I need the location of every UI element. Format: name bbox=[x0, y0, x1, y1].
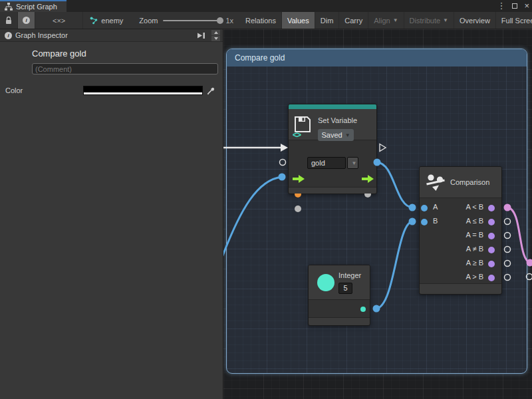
carry-button[interactable]: Carry bbox=[339, 12, 368, 29]
group-title: Compare gold bbox=[235, 53, 285, 63]
output-label: A < B bbox=[457, 203, 483, 211]
window-maximize-icon[interactable] bbox=[512, 2, 517, 10]
color-swatch[interactable] bbox=[83, 86, 203, 95]
graph-ref-label: enemy bbox=[101, 17, 123, 25]
flow-input-arrow[interactable] bbox=[293, 174, 305, 184]
graph-name-label: Compare gold bbox=[32, 49, 223, 59]
graph-canvas[interactable]: Compare gold <> Set Variable bbox=[223, 29, 532, 399]
script-graph-window: Script Graph ⋮ × i <×> bbox=[0, 0, 532, 399]
zoom-slider-handle[interactable] bbox=[217, 17, 223, 24]
set-variable-node[interactable]: <> Set Variable Saved▼ gold bbox=[288, 104, 377, 194]
code-icon: <×> bbox=[53, 17, 65, 25]
alpha-bar bbox=[84, 92, 202, 94]
fullscreen-button[interactable]: Full Screen bbox=[496, 12, 532, 29]
script-graph-icon bbox=[5, 3, 13, 11]
dock-panel-icon[interactable] bbox=[197, 32, 205, 39]
node-accent-strip bbox=[289, 104, 376, 109]
save-variable-icon: <> bbox=[294, 116, 314, 138]
graph-inspector-panel: i Graph Inspector Compare gold Color bbox=[0, 29, 223, 399]
tab-script-graph[interactable]: Script Graph bbox=[0, 0, 66, 12]
node-footer bbox=[420, 283, 501, 294]
node-footer bbox=[309, 317, 370, 325]
graph-inspector-header: i Graph Inspector bbox=[0, 29, 223, 42]
flow-output-arrow[interactable] bbox=[362, 174, 374, 184]
align-button[interactable]: Align▼ bbox=[368, 12, 404, 29]
output-label: A ≠ B bbox=[457, 245, 483, 253]
node-header: <> Set Variable Saved▼ bbox=[289, 109, 376, 140]
output-port-a-neq-b[interactable] bbox=[488, 247, 495, 253]
panel-spinner bbox=[211, 30, 220, 41]
node-footer bbox=[289, 187, 376, 194]
input-port-b[interactable] bbox=[421, 219, 428, 225]
chevron-down-icon: ▼ bbox=[443, 17, 448, 23]
input-label-a: A bbox=[433, 203, 446, 211]
output-port-a-lt-b[interactable] bbox=[488, 205, 495, 211]
info-icon: i bbox=[5, 32, 12, 39]
zoom-slider[interactable] bbox=[163, 20, 220, 21]
node-header: Integer 5 bbox=[309, 265, 370, 300]
zoom-label: Zoom bbox=[139, 17, 158, 25]
inspector-toggle-button[interactable]: i bbox=[18, 12, 35, 29]
color-field-row: Color bbox=[5, 85, 217, 96]
window-close-icon[interactable]: × bbox=[524, 0, 529, 12]
window-controls: ⋮ × bbox=[497, 0, 529, 12]
code-brackets-icon: <> bbox=[293, 130, 301, 140]
node-title: Integer bbox=[338, 271, 361, 279]
output-port-a-lte-b[interactable] bbox=[488, 219, 495, 225]
eyedropper-button[interactable] bbox=[204, 85, 217, 96]
lock-button[interactable] bbox=[0, 12, 18, 29]
graph-icon bbox=[90, 17, 98, 25]
node-title: Set Variable bbox=[318, 116, 357, 124]
output-port-a-gte-b[interactable] bbox=[488, 261, 495, 267]
node-header: Comparison bbox=[420, 167, 501, 198]
relations-button[interactable]: Relations bbox=[240, 12, 282, 29]
zoom-value: 1x bbox=[225, 17, 233, 25]
spinner-down-button[interactable] bbox=[211, 36, 220, 41]
dim-button[interactable]: Dim bbox=[315, 12, 340, 29]
variable-name-field[interactable]: gold bbox=[307, 157, 346, 169]
integer-icon bbox=[317, 274, 334, 291]
output-label: A > B bbox=[457, 273, 483, 281]
zoom-control: Zoom 1x bbox=[132, 12, 240, 29]
output-port-a-eq-b[interactable] bbox=[488, 233, 495, 239]
code-view-button[interactable]: <×> bbox=[35, 12, 83, 29]
variable-dropdown-button[interactable]: ▼ bbox=[347, 157, 358, 169]
graph-toolbar: i <×> enemy Zoom 1x Relations Values Dim… bbox=[0, 12, 532, 29]
comment-input[interactable] bbox=[32, 63, 218, 74]
tab-bar: Script Graph ⋮ × bbox=[0, 0, 532, 12]
input-label-b: B bbox=[433, 217, 446, 225]
spinner-up-button[interactable] bbox=[211, 30, 220, 35]
integer-output-port[interactable] bbox=[360, 307, 366, 312]
output-port-a-gt-b[interactable] bbox=[488, 275, 495, 281]
variable-scope-dropdown[interactable]: Saved▼ bbox=[318, 129, 354, 141]
graph-inspector-title: Graph Inspector bbox=[15, 31, 68, 39]
comparison-node[interactable]: Comparison A B A < B A ≤ B A = B A ≠ B A… bbox=[419, 166, 502, 295]
graph-breadcrumb[interactable]: enemy bbox=[83, 12, 132, 29]
info-icon: i bbox=[23, 17, 30, 24]
output-label: A ≥ B bbox=[457, 259, 483, 267]
distribute-button[interactable]: Distribute▼ bbox=[404, 12, 454, 29]
window-menu-icon[interactable]: ⋮ bbox=[497, 0, 505, 12]
color-field-label: Color bbox=[5, 86, 83, 94]
output-label: A = B bbox=[457, 231, 483, 239]
input-port-a[interactable] bbox=[421, 205, 428, 211]
chevron-down-icon: ▼ bbox=[352, 160, 357, 166]
eyedropper-icon bbox=[207, 86, 215, 95]
output-label: A ≤ B bbox=[457, 217, 483, 225]
values-button[interactable]: Values bbox=[282, 12, 315, 29]
group-title-bar[interactable]: Compare gold bbox=[227, 49, 527, 66]
comparison-scale-icon bbox=[426, 173, 446, 193]
overview-button[interactable]: Overview bbox=[454, 12, 496, 29]
chevron-down-icon: ▼ bbox=[393, 17, 398, 23]
integer-node[interactable]: Integer 5 bbox=[308, 265, 370, 326]
lock-icon bbox=[5, 16, 13, 25]
integer-value-field[interactable]: 5 bbox=[338, 283, 352, 294]
tab-title: Script Graph bbox=[16, 3, 57, 11]
chevron-down-icon: ▼ bbox=[345, 132, 350, 138]
node-title: Comparison bbox=[450, 178, 489, 186]
value-input-port[interactable] bbox=[295, 205, 301, 212]
